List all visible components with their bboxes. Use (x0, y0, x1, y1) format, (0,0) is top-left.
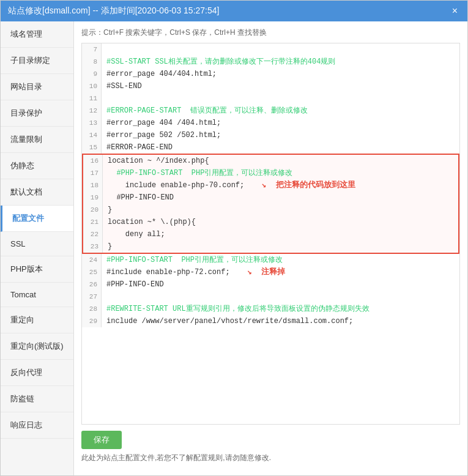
code-editor[interactable]: 78#SSL-START SSL相关配置，请勿删除或修改下一行带注释的404规则… (82, 43, 459, 424)
line-number: 23 (83, 240, 103, 253)
code-line: 26#PHP-INFO-END (82, 278, 459, 291)
code-line: 14#error_page 502 /502.html; (82, 129, 459, 141)
line-content: #ERROR-PAGE-END (102, 141, 459, 154)
line-content: #include enable-php-72.conf;↘ 注释掉 (102, 266, 459, 278)
annotation: ↘ 把注释的代码放到这里 (261, 179, 355, 192)
line-number: 13 (82, 117, 102, 129)
line-content: #PHP-INFO-START PHP引用配置，可以注释或修改 (103, 167, 458, 179)
sidebar-item-8[interactable]: SSL (1, 232, 73, 256)
line-content: } (103, 204, 458, 216)
line-number: 9 (82, 68, 102, 80)
line-number: 15 (82, 141, 102, 154)
hint-text: 提示：Ctrl+F 搜索关键字，Ctrl+S 保存，Ctrl+H 查找替换 (81, 28, 267, 37)
line-number: 19 (83, 192, 103, 204)
sidebar-item-3[interactable]: 目录保护 (1, 100, 73, 127)
sidebar-item-5[interactable]: 伪静态 (1, 153, 73, 179)
line-number: 27 (82, 291, 102, 303)
code-line: 24#PHP-INFO-START PHP引用配置，可以注释或修改 (82, 254, 459, 266)
line-content (102, 92, 459, 105)
code-line: 25#include enable-php-72.conf;↘ 注释掉 (82, 266, 459, 278)
line-content (102, 43, 459, 56)
code-line: 21location ~* \.(php){ (83, 216, 458, 228)
main-content: 域名管理子目录绑定网站目录目录保护流量限制伪静态默认文档配置文件SSLPHP版本… (1, 21, 467, 475)
code-line: 8#SSL-START SSL相关配置，请勿删除或修改下一行带注释的404规则 (82, 56, 459, 68)
sidebar-item-10[interactable]: Tomcat (1, 283, 73, 307)
line-content (102, 291, 459, 303)
warning-text: 此处为站点主配置文件,若您不了解配置规则,请勿随意修改. (81, 453, 460, 463)
line-number: 20 (83, 204, 103, 216)
code-line: 10#SSL-END (82, 80, 459, 92)
close-button[interactable]: × (450, 6, 460, 17)
title-bar: 站点修改[dsmall.com] -- 添加时间[2020-06-03 15:2… (1, 1, 467, 21)
line-content: location ~* \.(php){ (103, 216, 458, 228)
line-content: #SSL-START SSL相关配置，请勿删除或修改下一行带注释的404规则 (102, 56, 459, 68)
line-content: #error_page 404 /404.html; (102, 117, 459, 129)
line-content: } (103, 240, 458, 253)
line-number: 26 (82, 278, 102, 291)
code-line: 16location ~ ^/index.php{ (83, 155, 458, 167)
code-line: 9#error_page 404/404.html; (82, 68, 459, 80)
line-content: #PHP-INFO-END (103, 192, 458, 204)
line-number: 17 (83, 167, 103, 179)
line-content: include enable-php-70.conf;↘ 把注释的代码放到这里 (103, 179, 458, 192)
sidebar-item-4[interactable]: 流量限制 (1, 127, 73, 153)
line-number: 14 (82, 129, 102, 141)
code-line: 23} (83, 240, 458, 253)
line-number: 8 (82, 56, 102, 68)
line-content: location ~ ^/index.php{ (103, 155, 458, 167)
hint-bar: 提示：Ctrl+F 搜索关键字，Ctrl+S 保存，Ctrl+H 查找替换 (81, 28, 460, 38)
line-content: #SSL-END (102, 80, 459, 92)
save-button[interactable]: 保存 (81, 431, 122, 449)
line-content: #error_page 404/404.html; (102, 68, 459, 80)
code-line: 19 #PHP-INFO-END (83, 192, 458, 204)
window-title: 站点修改[dsmall.com] -- 添加时间[2020-06-03 15:2… (8, 6, 219, 17)
line-content: #ERROR-PAGE-START 错误页配置，可以注释、删除或修改 (102, 105, 459, 117)
line-number: 25 (82, 266, 102, 278)
code-line: 22 deny all; (83, 228, 458, 240)
sidebar-item-1[interactable]: 子目录绑定 (1, 48, 73, 74)
line-number: 16 (83, 155, 103, 167)
sidebar-item-12[interactable]: 重定向(测试版) (1, 333, 73, 360)
line-content: #PHP-INFO-START PHP引用配置，可以注释或修改 (102, 254, 459, 266)
line-content: include /www/server/panel/vhost/rewrite/… (102, 315, 459, 327)
content-area: 提示：Ctrl+F 搜索关键字，Ctrl+S 保存，Ctrl+H 查找替换 78… (74, 21, 467, 475)
code-line: 28#REWRITE-START URL重写规则引用，修改后将导致面板设置的伪静… (82, 303, 459, 315)
sidebar-item-2[interactable]: 网站目录 (1, 74, 73, 100)
sidebar-item-13[interactable]: 反向代理 (1, 360, 73, 386)
annotation: ↘ 注释掉 (247, 266, 285, 278)
code-line: 7 (82, 43, 459, 56)
highlighted-block: 16location ~ ^/index.php{17 #PHP-INFO-ST… (82, 154, 459, 254)
code-line: 13#error_page 404 /404.html; (82, 117, 459, 129)
line-number: 24 (82, 254, 102, 266)
sidebar-item-9[interactable]: PHP版本 (1, 256, 73, 283)
line-number: 21 (83, 216, 103, 228)
line-content: #error_page 502 /502.html; (102, 129, 459, 141)
line-number: 11 (82, 92, 102, 105)
code-line: 12#ERROR-PAGE-START 错误页配置，可以注释、删除或修改 (82, 105, 459, 117)
code-line: 18 include enable-php-70.conf;↘ 把注释的代码放到… (83, 179, 458, 192)
line-number: 18 (83, 179, 103, 192)
sidebar-item-6[interactable]: 默认文档 (1, 179, 73, 206)
sidebar-item-11[interactable]: 重定向 (1, 307, 73, 333)
save-area: 保存 此处为站点主配置文件,若您不了解配置规则,请勿随意修改. (81, 425, 460, 469)
code-line: 11 (82, 92, 459, 105)
line-number: 28 (82, 303, 102, 315)
code-line: 17 #PHP-INFO-START PHP引用配置，可以注释或修改 (83, 167, 458, 179)
line-content: #REWRITE-START URL重写规则引用，修改后将导致面板设置的伪静态规… (102, 303, 459, 315)
code-line: 27 (82, 291, 459, 303)
line-number: 29 (82, 315, 102, 327)
sidebar-item-14[interactable]: 防盗链 (1, 386, 73, 412)
line-number: 12 (82, 105, 102, 117)
line-content: deny all; (103, 228, 458, 240)
code-line: 20} (83, 204, 458, 216)
code-editor-container[interactable]: 78#SSL-START SSL相关配置，请勿删除或修改下一行带注释的404规则… (81, 43, 460, 425)
main-window: 站点修改[dsmall.com] -- 添加时间[2020-06-03 15:2… (0, 0, 468, 476)
sidebar-item-7[interactable]: 配置文件 (1, 206, 73, 232)
sidebar-item-15[interactable]: 响应日志 (1, 412, 73, 439)
sidebar-item-0[interactable]: 域名管理 (1, 21, 73, 48)
code-line: 29include /www/server/panel/vhost/rewrit… (82, 315, 459, 327)
code-line: 15#ERROR-PAGE-END (82, 141, 459, 154)
line-content: #PHP-INFO-END (102, 278, 459, 291)
sidebar: 域名管理子目录绑定网站目录目录保护流量限制伪静态默认文档配置文件SSLPHP版本… (1, 21, 74, 475)
line-number: 7 (82, 43, 102, 56)
